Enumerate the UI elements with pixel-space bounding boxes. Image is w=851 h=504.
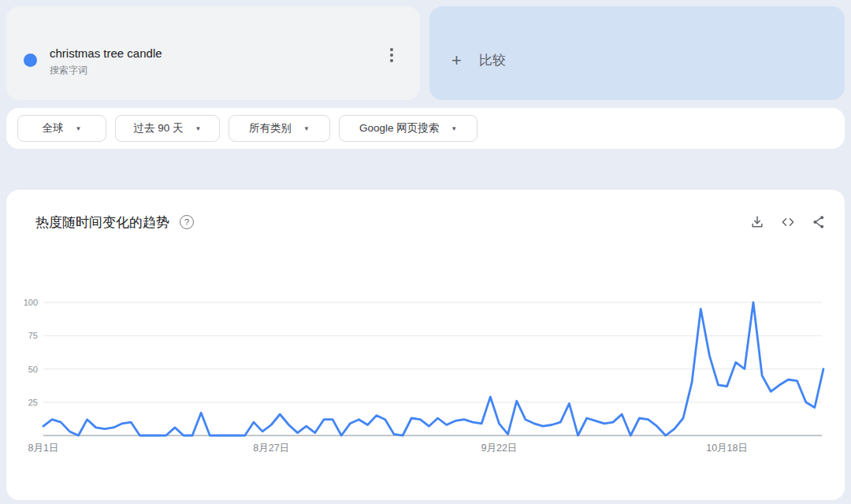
add-comparison-inner: + 比较 bbox=[452, 51, 506, 69]
add-comparison-card[interactable]: + 比较 bbox=[429, 6, 845, 100]
interest-over-time-chart[interactable]: 1007550258月1日8月27日9月22日10月18日 bbox=[6, 190, 845, 500]
geo-filter-dropdown[interactable]: 全球 ▼ bbox=[17, 115, 106, 142]
filter-bar: 全球 ▼ 过去 90 天 ▼ 所有类别 ▼ Google 网页搜索 ▼ bbox=[6, 108, 845, 149]
y-axis-tick-label: 50 bbox=[28, 365, 38, 374]
chevron-down-icon: ▼ bbox=[451, 124, 457, 132]
search-term-card: christmas tree candle 搜索字词 bbox=[6, 6, 420, 100]
y-axis-tick-label: 25 bbox=[28, 398, 38, 407]
x-axis-tick-label: 8月27日 bbox=[253, 443, 289, 454]
series-color-dot-icon bbox=[24, 54, 37, 67]
plus-icon: + bbox=[452, 52, 462, 69]
search-type-filter-dropdown[interactable]: Google 网页搜索 ▼ bbox=[339, 115, 478, 142]
search-term-type: 搜索字词 bbox=[50, 64, 87, 77]
chevron-down-icon: ▼ bbox=[195, 124, 202, 132]
geo-filter-label: 全球 bbox=[43, 121, 64, 135]
chevron-down-icon: ▼ bbox=[303, 124, 310, 132]
kebab-dot-icon bbox=[390, 59, 393, 62]
x-axis-tick-label: 9月22日 bbox=[481, 443, 517, 454]
term-options-menu-button[interactable] bbox=[381, 44, 403, 66]
x-axis-tick-label: 8月1日 bbox=[28, 443, 59, 454]
add-comparison-label: 比较 bbox=[479, 51, 506, 69]
search-term-label: christmas tree candle bbox=[50, 46, 162, 60]
chevron-down-icon: ▼ bbox=[76, 124, 82, 132]
y-axis-tick-label: 100 bbox=[24, 298, 38, 307]
interest-over-time-card: 热度随时间变化的趋势 ? 100755 bbox=[6, 190, 845, 500]
time-range-filter-dropdown[interactable]: 过去 90 天 ▼ bbox=[115, 115, 220, 142]
kebab-dot-icon bbox=[390, 48, 393, 51]
y-axis-tick-label: 75 bbox=[28, 331, 38, 340]
category-filter-dropdown[interactable]: 所有类别 ▼ bbox=[229, 115, 330, 142]
x-axis-tick-label: 10月18日 bbox=[706, 443, 748, 454]
category-filter-label: 所有类别 bbox=[249, 121, 292, 135]
kebab-dot-icon bbox=[390, 54, 393, 57]
time-range-filter-label: 过去 90 天 bbox=[134, 121, 184, 135]
search-type-filter-label: Google 网页搜索 bbox=[359, 121, 439, 135]
